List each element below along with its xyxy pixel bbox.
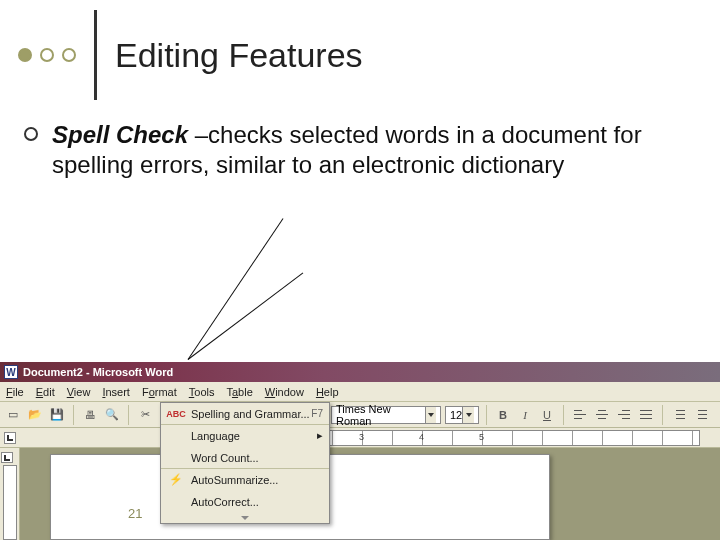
menu-format[interactable]: Format — [142, 386, 177, 398]
blank-icon — [167, 428, 185, 444]
align-left-icon[interactable] — [571, 406, 589, 424]
align-right-icon[interactable] — [615, 406, 633, 424]
open-icon[interactable]: 📂 — [26, 406, 44, 424]
justify-icon[interactable] — [637, 406, 655, 424]
tools-dropdown-menu: ABC Spelling and Grammar... F7 Language … — [160, 402, 330, 524]
slide-header: Editing Features — [0, 0, 720, 90]
menu-tools[interactable]: Tools — [189, 386, 215, 398]
menu-item-autocorrect[interactable]: AutoCorrect... — [161, 491, 329, 513]
ruler-tick: 4 — [419, 432, 424, 442]
toolbar-separator — [662, 405, 663, 425]
size-value: 12 — [450, 409, 462, 421]
font-value: Times New Roman — [336, 403, 425, 427]
ruler-tick: 3 — [359, 432, 364, 442]
callout-line — [188, 218, 284, 359]
menu-edit[interactable]: Edit — [36, 386, 55, 398]
menu-item-spelling[interactable]: ABC Spelling and Grammar... F7 — [161, 403, 329, 425]
submenu-arrow-icon: ▸ — [317, 429, 323, 442]
chevron-down-icon[interactable] — [425, 407, 436, 423]
callout-line — [188, 272, 304, 359]
save-icon[interactable]: 💾 — [48, 406, 66, 424]
bold-button[interactable]: B — [494, 406, 512, 424]
dot-icon — [62, 48, 76, 62]
blank-icon — [167, 494, 185, 510]
tab-selector[interactable] — [1, 452, 13, 463]
menu-item-label: AutoCorrect... — [191, 496, 259, 508]
word-menubar: File Edit View Insert Format Tools Table… — [0, 382, 720, 402]
menu-help[interactable]: Help — [316, 386, 339, 398]
new-doc-icon[interactable]: ▭ — [4, 406, 22, 424]
vertical-ruler[interactable] — [0, 448, 20, 540]
word-title-text: Document2 - Microsoft Word — [23, 366, 173, 378]
toolbar-separator — [563, 405, 564, 425]
slide-number: 21 — [128, 506, 142, 521]
chevron-down-icon — [241, 516, 249, 520]
tab-selector[interactable] — [4, 432, 16, 444]
toolbar-separator — [486, 405, 487, 425]
menu-item-label: AutoSummarize... — [191, 474, 278, 486]
menu-insert[interactable]: Insert — [102, 386, 130, 398]
menu-item-label: Spelling and Grammar... — [191, 408, 310, 420]
cut-icon[interactable]: ✂ — [136, 406, 154, 424]
font-combo[interactable]: Times New Roman — [331, 406, 441, 424]
slide-body-text: Spell Check –checks selected words in a … — [52, 120, 642, 180]
vertical-divider — [94, 10, 97, 100]
size-combo[interactable]: 12 — [445, 406, 479, 424]
print-icon[interactable]: 🖶 — [81, 406, 99, 424]
numbered-list-icon[interactable] — [670, 406, 688, 424]
menu-item-shortcut: F7 — [311, 408, 323, 419]
underline-button[interactable]: U — [538, 406, 556, 424]
vruler-scale — [3, 465, 17, 540]
lightning-icon: ⚡ — [167, 472, 185, 488]
dot-icon — [40, 48, 54, 62]
toolbar-separator — [128, 405, 129, 425]
blank-icon — [167, 450, 185, 466]
word-standard-toolbar: ▭ 📂 💾 🖶 🔍 ✂ ⧉ 📋 ↶ ↷ Normal Times New Rom… — [0, 402, 720, 428]
body-emphasis: Spell Check — [52, 121, 188, 148]
bullet-icon — [24, 127, 38, 141]
bulleted-list-icon[interactable] — [692, 406, 710, 424]
menu-item-label: Word Count... — [191, 452, 259, 464]
document-area — [0, 448, 720, 540]
menu-item-autosummarize[interactable]: ⚡ AutoSummarize... — [161, 469, 329, 491]
formatting-group: Normal Times New Roman 12 B I U — [269, 405, 720, 425]
menu-table[interactable]: Table — [226, 386, 252, 398]
menu-item-label: Language — [191, 430, 240, 442]
menu-file[interactable]: File — [6, 386, 24, 398]
align-center-icon[interactable] — [593, 406, 611, 424]
ruler-tick: 5 — [479, 432, 484, 442]
chevron-down-icon[interactable] — [462, 407, 474, 423]
slide-title: Editing Features — [115, 36, 363, 75]
spellcheck-icon: ABC — [167, 406, 185, 422]
word-window: W Document2 - Microsoft Word File Edit V… — [0, 362, 720, 540]
toolbar-separator — [73, 405, 74, 425]
menu-item-wordcount[interactable]: Word Count... — [161, 447, 329, 469]
dot-icon — [18, 48, 32, 62]
menu-window[interactable]: Window — [265, 386, 304, 398]
word-app-icon: W — [4, 365, 18, 379]
menu-expand-chevron[interactable] — [161, 513, 329, 523]
preview-icon[interactable]: 🔍 — [103, 406, 121, 424]
italic-button[interactable]: I — [516, 406, 534, 424]
slide-body: Spell Check –checks selected words in a … — [24, 120, 690, 180]
decorative-dots — [18, 48, 76, 62]
menu-view[interactable]: View — [67, 386, 91, 398]
ruler-row: 1 2 3 4 5 — [0, 428, 720, 448]
menu-item-language[interactable]: Language ▸ — [161, 425, 329, 447]
word-titlebar[interactable]: W Document2 - Microsoft Word — [0, 362, 720, 382]
